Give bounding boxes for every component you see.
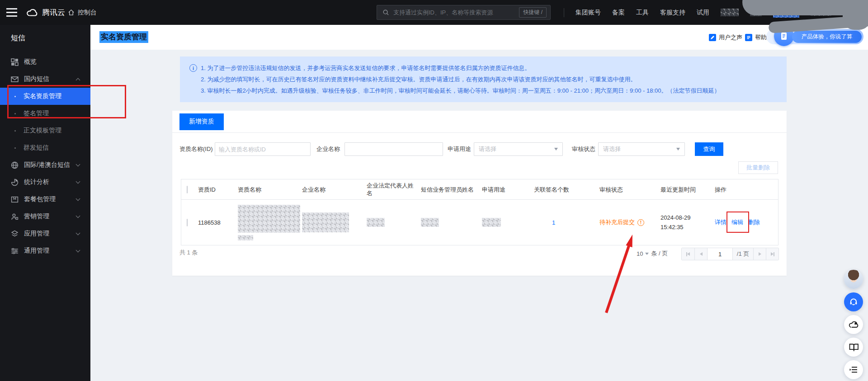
redacted-company-block xyxy=(302,212,349,232)
global-search-input[interactable]: 支持通过实例ID、IP、名称等搜索资源 快捷键 / xyxy=(377,5,551,20)
chevron-down-icon xyxy=(76,214,80,218)
service-agent-avatar[interactable] xyxy=(844,270,863,289)
chevron-down-icon xyxy=(76,231,80,235)
select-all-checkbox[interactable] xyxy=(187,186,188,193)
promo-banner[interactable]: 产品体验，你说了算 xyxy=(792,31,862,43)
last-page-button[interactable] xyxy=(766,248,778,260)
next-page-button[interactable] xyxy=(753,248,766,260)
usage-filter-label: 申请用途 xyxy=(448,142,471,156)
col-header-signature-count: 关联签名个数 xyxy=(534,186,599,193)
query-button[interactable]: 查询 xyxy=(695,142,723,156)
signature-count-link[interactable]: 1 xyxy=(552,219,555,226)
redacted-name-block xyxy=(238,235,253,240)
nav-group-account[interactable]: 集团账号 xyxy=(576,9,601,17)
customer-service-button[interactable] xyxy=(844,292,863,311)
sidebar-item-template-management[interactable]: 正文模板管理 xyxy=(0,122,90,139)
sidebar-item-package-management[interactable]: 套餐包管理 xyxy=(0,191,90,208)
open-book-icon xyxy=(849,343,859,352)
sidebar-item-international-sms[interactable]: 国际/港澳台短信 xyxy=(0,156,90,174)
sidebar-item-overview[interactable]: 概览 xyxy=(0,53,90,71)
table-header-row: 资质ID 资质名称 企业名称 企业法定代表人姓名 短信业务管理员姓名 申请用途 … xyxy=(181,179,778,200)
sidebar-item-statistics[interactable]: 统计分析 xyxy=(0,174,90,191)
page-header: 实名资质管理 用户之声 帮助文档 产品体验，你说了算 xyxy=(90,25,868,50)
notice-line-3: 3. 审核时长一般2小时内完成。如遇升级核验、审核任务较多、非工作时间，审核时间… xyxy=(201,85,778,96)
caret-down-icon xyxy=(676,148,680,151)
search-icon xyxy=(382,9,389,16)
cell-admin-name xyxy=(421,218,482,227)
sidebar-item-application-management[interactable]: 应用管理 xyxy=(0,225,90,242)
status-filter-select[interactable]: 请选择 xyxy=(598,142,685,156)
usage-filter-select[interactable]: 请选择 xyxy=(474,142,563,156)
main-content: i 1. 为了进一步管控违法违规短信的发送，并参考运营商实名发送短信的要求，申请… xyxy=(90,50,868,381)
caret-down-icon xyxy=(554,148,558,151)
overview-icon xyxy=(11,58,19,66)
tencent-cloud-logo[interactable]: 腾讯云 xyxy=(26,0,65,25)
console-link[interactable]: 控制台 xyxy=(68,0,97,25)
nav-tools[interactable]: 工具 xyxy=(636,9,649,17)
sidebar-item-realname-qualification[interactable]: 实名资质管理 xyxy=(0,88,90,105)
hamburger-menu-icon[interactable] xyxy=(6,8,17,17)
sidebar-item-bulk-sms[interactable]: 群发短信 xyxy=(0,139,90,156)
cell-legal-rep xyxy=(367,218,421,227)
cloud-alert-button[interactable] xyxy=(844,315,863,334)
redacted-account-block xyxy=(721,9,739,16)
col-header-admin: 短信业务管理员姓名 xyxy=(421,186,482,193)
document-icon xyxy=(745,34,752,41)
current-page-input[interactable]: 1 xyxy=(707,248,732,260)
chevron-down-icon xyxy=(76,197,80,201)
edit-link[interactable]: 编辑 xyxy=(731,218,743,226)
package-icon xyxy=(11,196,19,203)
cell-qualification-id: 1186538 xyxy=(198,219,238,226)
chevron-down-icon xyxy=(76,162,80,167)
col-header-actions: 操作 xyxy=(715,186,779,193)
chevron-down-icon xyxy=(76,248,80,253)
redacted-text-block xyxy=(367,218,385,227)
sidebar-product-title: 短信 xyxy=(0,25,90,53)
layers-icon xyxy=(11,230,19,238)
sidebar-item-general-management[interactable]: 通用管理 xyxy=(0,242,90,259)
delete-link[interactable]: 删除 xyxy=(748,218,760,226)
nav-support[interactable]: 客服支持 xyxy=(660,9,685,17)
docs-button[interactable] xyxy=(844,338,863,357)
topbar: 腾讯云 控制台 支持通过实例ID、IP、名称等搜索资源 快捷键 / 集团账号 备… xyxy=(0,0,868,25)
chevron-up-icon xyxy=(76,78,80,82)
user-voice-link[interactable]: 用户之声 xyxy=(709,33,742,42)
cell-usage xyxy=(482,218,534,227)
batch-delete-button[interactable]: 批量删除 xyxy=(738,161,778,174)
col-header-company: 企业名称 xyxy=(302,186,367,193)
nav-trial[interactable]: 试用 xyxy=(697,9,709,17)
table-row: 1186538 1 xyxy=(181,200,778,245)
name-filter-label: 资质名称(ID) xyxy=(179,142,213,156)
sidebar-item-domestic-sms[interactable]: 国内短信 xyxy=(0,71,90,88)
censor-blob xyxy=(843,0,868,30)
redacted-name-block xyxy=(238,205,300,233)
mail-icon xyxy=(11,75,19,83)
col-header-name: 资质名称 xyxy=(238,186,302,193)
cell-status: 待补充后提交 ! xyxy=(599,218,660,226)
page-size-select[interactable]: 10 条 / 页 xyxy=(637,249,668,258)
sidebar-item-signature-management[interactable]: 签名管理 xyxy=(0,105,90,122)
redacted-text-block xyxy=(482,218,501,227)
search-placeholder: 支持通过实例ID、IP、名称等搜索资源 xyxy=(393,9,515,17)
cloud-bell-icon xyxy=(848,320,859,329)
nav-icp[interactable]: 备案 xyxy=(612,9,625,17)
row-checkbox[interactable] xyxy=(187,219,188,226)
status-text: 待补充后提交 xyxy=(599,218,635,226)
name-filter-input[interactable] xyxy=(215,142,311,156)
company-filter-input[interactable] xyxy=(344,142,443,156)
company-filter-label: 企业名称 xyxy=(316,142,340,156)
sidebar-item-marketing-management[interactable]: 营销管理 xyxy=(0,208,90,225)
prev-page-button[interactable] xyxy=(694,248,707,260)
pagination: 1 /1 页 xyxy=(681,248,779,260)
notice-banner: i 1. 为了进一步管控违法违规短信的发送，并参考运营商实名发送短信的要求，申请… xyxy=(180,56,787,102)
detail-link[interactable]: 详情 xyxy=(715,218,726,226)
col-header-updated: 最近更新时间 xyxy=(660,186,715,193)
cell-actions: 详情 编辑 删除 xyxy=(715,218,779,226)
headset-icon xyxy=(849,297,859,307)
add-qualification-button[interactable]: 新增资质 xyxy=(179,113,224,130)
pencil-icon xyxy=(709,34,716,41)
first-page-button[interactable] xyxy=(682,248,694,260)
total-count: 共 1 条 xyxy=(179,249,198,257)
feedback-list-button[interactable] xyxy=(844,360,863,379)
notice-line-2: 2. 为减少您的填写时长，可在历史已有签名对应的资质资料中继续补充后提交审核。资… xyxy=(201,74,778,85)
